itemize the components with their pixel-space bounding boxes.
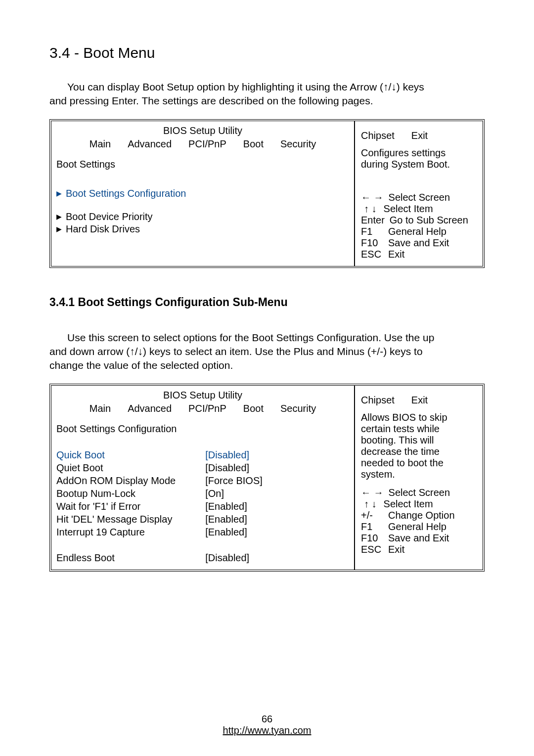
help-desc: Exit [388,249,404,260]
setting-label-endless-boot[interactable]: Endless Boot [56,552,176,564]
side-desc: Allows BIOS to skip certain tests while … [361,412,478,480]
setting-label-int19[interactable]: Interrupt 19 Capture [56,527,176,538]
subsection-line-3: change the value of the selected option. [49,359,233,371]
help-list: ← → Select Screen ↑ ↓ Select Item +/- Ch… [361,487,478,555]
footer-url[interactable]: http://www.tyan.com [223,725,312,736]
menu-item-label: Boot Settings Configuration [66,188,186,199]
tab-main[interactable]: Main [89,138,111,150]
bios-side-panel: Chipset Exit Allows BIOS to skip certain… [354,386,483,570]
setting-label-numlock[interactable]: Bootup Num-Lock [56,488,176,499]
help-desc: General Help [388,521,446,533]
tab-exit[interactable]: Exit [411,130,428,141]
bios-tabs-right: Chipset Exit [361,395,478,406]
help-row: Enter Go to Sub Screen [361,215,478,226]
bios-header: BIOS Setup Utility [56,390,349,401]
side-desc-line-1: Configures settings [361,147,478,159]
setting-value-int19[interactable]: [Enabled] [205,527,263,538]
menu-item-boot-settings-config[interactable]: ▶ Boot Settings Configuration [56,188,349,199]
help-row: F1 General Help [361,521,478,533]
tab-chipset[interactable]: Chipset [361,395,395,406]
help-desc: Exit [388,544,404,555]
help-row: F10 Save and Exit [361,237,478,249]
setting-label-addon-rom[interactable]: AddOn ROM Display Mode [56,475,176,487]
help-desc: Select Screen [389,487,450,498]
help-key: ↑ ↓ [364,498,377,510]
help-row: ← → Select Screen [361,192,478,203]
help-desc: Change Option [388,510,455,521]
help-desc: Select Item [384,203,433,215]
side-desc-line: booting. This will [361,435,478,446]
tab-boot[interactable]: Boot [243,403,264,414]
subsection-line-1: Use this screen to select options for th… [49,331,485,345]
help-key: Enter [361,215,385,226]
triangle-icon: ▶ [56,213,62,221]
tab-main[interactable]: Main [89,403,111,414]
help-desc: General Help [388,226,446,237]
subsection-title: 3.4.1 Boot Settings Configuration Sub-Me… [49,296,485,309]
menu-item-hard-disk-drives[interactable]: ▶ Hard Disk Drives [56,223,349,235]
menu-item-label: Hard Disk Drives [66,223,140,235]
menu-item-label: Boot Device Priority [66,211,153,222]
help-desc: Go to Sub Screen [390,215,468,226]
intro-paragraph: You can display Boot Setup option by hig… [49,80,485,108]
bios-header: BIOS Setup Utility [56,125,349,136]
bios-box-boot-menu: BIOS Setup Utility Main Advanced PCI/PnP… [49,119,485,268]
setting-label-quiet-boot[interactable]: Quiet Boot [56,462,176,474]
setting-value-numlock[interactable]: [On] [205,488,263,499]
setting-label-quick-boot[interactable]: Quick Boot [56,449,176,461]
help-key: F10 [361,533,383,544]
help-desc: Select Item [384,498,433,510]
help-key: +/- [361,510,383,521]
side-desc-line: certain tests while [361,423,478,435]
setting-value-hit-del[interactable]: [Enabled] [205,514,263,525]
bios-main-panel: BIOS Setup Utility Main Advanced PCI/PnP… [51,121,354,266]
setting-value-endless-boot[interactable]: [Disabled] [205,552,263,564]
page-number: 66 [0,713,534,725]
help-row: ← → Select Screen [361,487,478,498]
triangle-icon: ▶ [56,225,62,233]
help-row: ↑ ↓ Select Item [361,498,478,510]
settings-labels: Quick Boot Quiet Boot AddOn ROM Display … [56,449,176,564]
help-key: ↑ ↓ [364,203,377,215]
bios-box-boot-settings-config: BIOS Setup Utility Main Advanced PCI/PnP… [49,384,485,572]
help-key: F1 [361,226,383,237]
tab-chipset[interactable]: Chipset [361,130,395,141]
bios-main-panel: BIOS Setup Utility Main Advanced PCI/PnP… [51,386,354,570]
help-key: F1 [361,521,383,533]
tab-advanced[interactable]: Advanced [128,403,172,414]
help-key: F10 [361,237,383,249]
side-desc-line-2: during System Boot. [361,159,478,170]
side-desc-line: Allows BIOS to skip [361,412,478,423]
bios-left-title: Boot Settings [56,159,349,170]
settings-values: [Disabled] [Disabled] [Force BIOS] [On] … [205,449,263,564]
help-row: ↑ ↓ Select Item [361,203,478,215]
settings-grid: Quick Boot Quiet Boot AddOn ROM Display … [56,449,349,564]
tab-exit[interactable]: Exit [411,395,428,406]
tab-security[interactable]: Security [280,403,316,414]
help-row: ESC Exit [361,249,478,260]
page-footer: 66 http://www.tyan.com [0,713,534,736]
help-key: ESC [361,249,383,260]
setting-label-wait-f1[interactable]: Wait for 'F1' if Error [56,501,176,512]
help-row: F10 Save and Exit [361,533,478,544]
setting-value-quiet-boot[interactable]: [Disabled] [205,462,263,474]
tab-pcipnp[interactable]: PCI/PnP [188,138,226,150]
tab-security[interactable]: Security [280,138,316,150]
setting-value-wait-f1[interactable]: [Enabled] [205,501,263,512]
help-list: ← → Select Screen ↑ ↓ Select Item Enter … [361,192,478,260]
help-key: ← → [361,192,384,203]
setting-value-quick-boot[interactable]: [Disabled] [205,449,263,461]
setting-value-addon-rom[interactable]: [Force BIOS] [205,475,263,487]
bios-tabs-right: Chipset Exit [361,130,478,141]
setting-label-hit-del[interactable]: Hit 'DEL' Message Display [56,514,176,525]
help-row: +/- Change Option [361,510,478,521]
help-row: ESC Exit [361,544,478,555]
tab-pcipnp[interactable]: PCI/PnP [188,403,226,414]
tab-boot[interactable]: Boot [243,138,264,150]
menu-item-boot-device-priority[interactable]: ▶ Boot Device Priority [56,211,349,222]
tab-advanced[interactable]: Advanced [128,138,172,150]
side-desc-line: needed to boot the [361,457,478,469]
section-title: 3.4 - Boot Menu [49,44,485,61]
help-key: ESC [361,544,383,555]
bios-tabs: Main Advanced PCI/PnP Boot Security [56,403,349,414]
